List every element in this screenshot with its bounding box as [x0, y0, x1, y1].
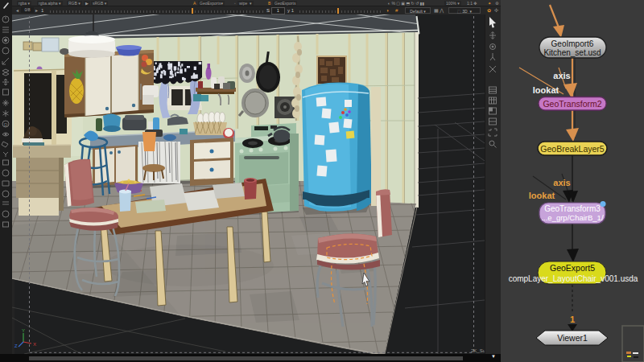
svg-text:Y: Y: [22, 328, 25, 333]
svg-text:lookat: lookat: [529, 191, 555, 200]
svg-text:Z: Z: [14, 343, 18, 348]
svg-text:1: 1: [570, 315, 575, 324]
svg-text:Viewer1: Viewer1: [557, 333, 588, 343]
svg-text:GeoImport6: GeoImport6: [551, 39, 594, 48]
svg-text:...e_grp/ChairB_1/: ...e_grp/ChairB_1/: [541, 213, 603, 222]
svg-text:GeoTransform3: GeoTransform3: [544, 204, 601, 213]
svg-text:compLayer_LayoutChair_v001.usd: compLayer_LayoutChair_v001.usda: [509, 274, 638, 283]
svg-text:GeoTransform2: GeoTransform2: [543, 99, 601, 109]
svg-text:GeoExport5: GeoExport5: [550, 263, 595, 273]
svg-text:axis: axis: [553, 178, 570, 187]
svg-text:GeoBreakLayer5: GeoBreakLayer5: [540, 144, 605, 154]
svg-text:Kitchen_set.usd: Kitchen_set.usd: [543, 48, 601, 57]
svg-text:D: D: [4, 122, 8, 127]
svg-text:2K_Su 8: 2K_Su 8: [471, 348, 485, 353]
svg-text:axis: axis: [553, 71, 570, 80]
svg-text:lookat: lookat: [533, 85, 559, 95]
svg-text:X: X: [33, 342, 36, 347]
